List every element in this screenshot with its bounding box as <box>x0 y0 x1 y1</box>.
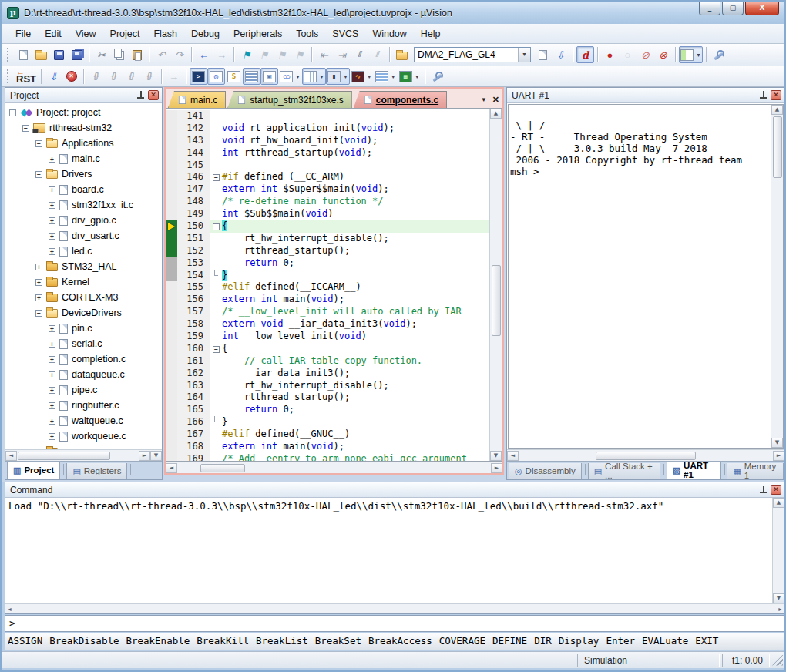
tree-item-serial-c[interactable]: +serial.c <box>5 336 162 351</box>
insert-breakpoint-button[interactable]: ● <box>601 46 619 63</box>
tree-expander[interactable]: − <box>22 125 29 132</box>
tree-expander[interactable]: − <box>35 171 42 178</box>
menu-project[interactable]: Project <box>103 25 147 42</box>
code-line[interactable]: 169/* Add -eentry to arm-none-eabi-gcc a… <box>166 453 489 461</box>
scroll-down-icon[interactable]: ▼ <box>773 593 784 603</box>
close-panel-icon[interactable]: ✕ <box>771 485 781 495</box>
code-line[interactable]: 165 return 0; <box>166 404 489 416</box>
code-line[interactable]: 160−{ <box>166 343 489 355</box>
command-keyword-evaluate[interactable]: EVALuate <box>642 637 688 647</box>
clear-bookmarks-button[interactable]: ⚑ <box>291 46 308 63</box>
registers-window-button[interactable] <box>243 68 260 85</box>
uart-hscrollbar[interactable]: ◄ ► <box>507 449 784 461</box>
scroll-left-icon[interactable]: ◄ <box>5 451 17 461</box>
toolbar-grip[interactable] <box>7 69 11 83</box>
tree-expander[interactable]: + <box>49 156 55 163</box>
tree-item-dataqueue-c[interactable]: +dataqueue.c <box>5 367 162 382</box>
minimize-button[interactable]: _ <box>699 2 720 15</box>
next-bookmark-button[interactable]: ⚑ <box>273 46 291 63</box>
reset-cpu-button[interactable]: RST <box>15 68 38 85</box>
code-line[interactable]: 166} <box>166 416 489 428</box>
search-combobox[interactable]: ▼ <box>414 47 531 62</box>
tree-item-applications[interactable]: −Applications <box>5 136 162 151</box>
tree-expander[interactable]: + <box>49 433 55 440</box>
tree-expander[interactable]: + <box>49 371 55 378</box>
find-in-files-button[interactable] <box>393 46 411 63</box>
scroll-thumb[interactable] <box>773 116 782 178</box>
code-line[interactable]: 156extern int main(void); <box>166 294 489 306</box>
command-keyword-breakset[interactable]: BreakSet <box>315 637 361 647</box>
command-keyword-breakenable[interactable]: BreakEnable <box>126 637 190 647</box>
toggle-bookmark-button[interactable]: ⚑ <box>237 46 255 63</box>
menu-edit[interactable]: Edit <box>38 25 69 42</box>
outdent-button[interactable]: ⇤ <box>315 46 333 63</box>
tree-expander[interactable]: + <box>49 418 55 425</box>
close-panel-icon[interactable]: ✕ <box>148 90 159 100</box>
tree-item-pipe-c[interactable]: +pipe.c <box>5 382 162 398</box>
tree-expander[interactable]: + <box>35 294 42 301</box>
scroll-up-icon[interactable]: ▲ <box>490 109 502 119</box>
window-layout-button[interactable]: ▼ <box>679 46 703 63</box>
fold-collapse-icon[interactable]: − <box>213 346 220 353</box>
call-stack-window-button[interactable] <box>260 68 278 85</box>
tab-list-icon[interactable]: ▼ <box>481 96 487 103</box>
command-keyword-coverage[interactable]: COVERAGE <box>439 637 485 647</box>
incremental-find-button[interactable]: ⇩ <box>552 46 569 63</box>
tree-expander[interactable]: − <box>9 109 16 116</box>
disable-all-breakpoints-button[interactable]: ⊘ <box>637 46 654 63</box>
tab-uart-#1[interactable]: ▨UART #1 <box>667 462 721 479</box>
watch-windows-button[interactable]: ▼ <box>278 68 302 85</box>
tree-expander[interactable]: + <box>49 387 55 394</box>
menu-peripherals[interactable]: Peripherals <box>227 25 289 42</box>
toolbar-grip[interactable] <box>7 48 11 62</box>
command-keyword-display[interactable]: Display <box>559 637 600 647</box>
paste-button[interactable] <box>128 46 146 63</box>
tree-item-drv-usart-c[interactable]: +drv_usart.c <box>5 228 162 244</box>
new-file-button[interactable] <box>15 46 32 63</box>
code-line[interactable]: 150−{ <box>166 220 489 233</box>
tree-item-led-c[interactable]: +led.c <box>5 244 162 259</box>
code-line[interactable]: 161 // call IAR table copy function. <box>166 355 489 368</box>
menu-flash[interactable]: Flash <box>146 25 184 42</box>
pin-icon[interactable] <box>137 91 144 99</box>
code-line[interactable]: 147extern int $Super$$main(void); <box>166 183 489 196</box>
fold-collapse-icon[interactable]: − <box>213 174 220 181</box>
tree-expander[interactable]: + <box>49 202 55 209</box>
scroll-right-icon[interactable]: ► <box>778 606 783 612</box>
scroll-thumb[interactable] <box>18 452 110 460</box>
save-all-button[interactable] <box>68 46 86 63</box>
scroll-up-icon[interactable]: ▲ <box>771 105 783 115</box>
uncomment-selection-button[interactable]: // <box>368 46 386 63</box>
navigate-forward-button[interactable]: → <box>213 46 230 63</box>
tree-item-devicedrivers[interactable]: −DeviceDrivers <box>5 305 162 321</box>
title-bar[interactable]: µ D:\rt-thread\rt-thread-3.0.3\bsp\stm32… <box>2 2 784 24</box>
close-button[interactable]: X <box>745 2 779 15</box>
tab-registers[interactable]: ▤Registers <box>66 463 127 479</box>
code-line[interactable]: 157/* __low_level_init will auto called … <box>166 306 489 318</box>
redo-button[interactable]: ↷ <box>170 46 188 63</box>
tree-item-rtthread-stm32[interactable]: −rtthread-stm32 <box>5 120 162 136</box>
command-keyword-breakaccess[interactable]: BreakAccess <box>368 637 432 647</box>
scroll-down-icon[interactable]: ▼ <box>490 451 502 461</box>
tree-expander[interactable]: + <box>49 325 55 332</box>
tree-expander[interactable]: + <box>49 341 55 348</box>
trace-windows-button[interactable]: ▼ <box>374 68 398 85</box>
code-line[interactable]: 153 return 0; <box>166 257 489 270</box>
command-keyword-assign[interactable]: ASSIGN <box>8 637 42 647</box>
command-keyword-dir[interactable]: DIR <box>534 637 552 647</box>
kill-all-breakpoints-button[interactable]: ⊗ <box>654 46 672 63</box>
menu-tools[interactable]: Tools <box>289 25 325 42</box>
scroll-down-icon[interactable]: ▼ <box>150 451 162 461</box>
editor-tab-components-c[interactable]: components.c <box>354 91 447 108</box>
save-button[interactable] <box>50 46 68 63</box>
code-line[interactable]: 159int __low_level_init(void) <box>166 331 489 343</box>
scroll-left-icon[interactable]: ◄ <box>507 451 519 461</box>
tree-item-cortex-m3[interactable]: +CORTEX-M3 <box>5 290 162 305</box>
scroll-right-icon[interactable]: ► <box>139 451 150 461</box>
code-editor[interactable]: 141142void rt_application_init(void);143… <box>166 109 489 461</box>
code-line[interactable]: 149int $Sub$$main(void) <box>166 208 489 220</box>
tree-item-project-project[interactable]: −Project: project <box>5 105 162 120</box>
tree-expander[interactable]: + <box>49 217 55 224</box>
code-line[interactable]: 146−#if defined (__CC_ARM) <box>166 171 489 183</box>
step-button[interactable]: {} <box>87 68 105 85</box>
